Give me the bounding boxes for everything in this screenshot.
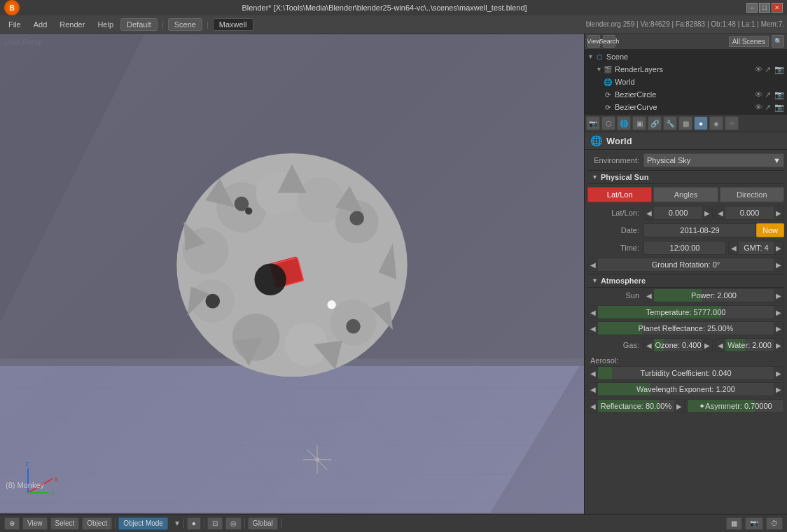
minimize-button[interactable]: – [746,3,758,13]
tab-world[interactable]: 🌐 [617,116,631,130]
temp-right[interactable]: ▶ [774,305,783,319]
viewport[interactable]: User Persp [0,34,584,514]
tab-data[interactable]: ▦ [678,116,692,130]
wavelength-right[interactable]: ▶ [774,382,783,396]
all-scenes-dropdown[interactable]: All Scenes [729,36,769,47]
ground-rotation-row[interactable]: ◀ Ground Rotation: 0° ▶ [587,258,784,272]
temp-left[interactable]: ◀ [588,305,598,319]
latlon-field1[interactable]: ◀ 0.000 ▶ [643,206,713,220]
bezier-curve-item[interactable]: ⟳ BezierCurve 👁 ↗ 📷 [585,101,787,113]
turbidity-left[interactable]: ◀ [588,366,598,380]
bezier-curve-render[interactable]: 📷 [774,103,784,112]
world-item[interactable]: 🌐 World [585,76,787,88]
power-left[interactable]: ◀ [644,288,654,302]
engine-dropdown[interactable]: Maxwell [213,18,253,31]
ozone-right[interactable]: ▶ [702,338,712,352]
now-button[interactable]: Now [756,223,784,237]
ozone-left[interactable]: ◀ [644,338,654,352]
sun-label: Sun [587,291,643,300]
snap-btn[interactable]: ⊡ [207,517,223,530]
renderlayers-sel[interactable]: ↗ [765,65,774,74]
tab-scene[interactable]: ⬡ [601,116,615,130]
planet-reflectance-row[interactable]: ◀ Planet Relfectance: 25.00% ▶ [587,321,784,335]
planet-ref-left[interactable]: ◀ [588,321,598,335]
tab-angles[interactable]: Angles [653,187,718,202]
time-field[interactable]: 12:00:00 [643,241,726,255]
power-right[interactable]: ▶ [774,288,783,302]
bezier-circle-eye[interactable]: 👁 [755,90,765,99]
bezier-circle-render[interactable]: 📷 [774,90,784,99]
atmosphere-section[interactable]: ▼ Atmosphere [587,274,784,288]
transform-orient-btn[interactable]: Global [248,517,278,530]
menu-file[interactable]: File [3,19,27,30]
render-btn[interactable]: 📷 [745,517,763,530]
menu-render[interactable]: Render [54,19,90,30]
view-btn[interactable]: View [22,517,48,530]
timeline-btn[interactable]: ⏱ [766,517,783,530]
water-slider[interactable]: ◀ Water: 2.000 ▶ [715,338,784,352]
temperature-row[interactable]: ◀ Temperature: 5777.000 ▶ [587,305,784,319]
bezier-curve-sel[interactable]: ↗ [765,103,774,112]
tab-modifier[interactable]: 🔧 [663,116,677,130]
water-left[interactable]: ◀ [716,338,725,352]
gmt-left[interactable]: ◀ [729,241,739,255]
bezier-circle-sel[interactable]: ↗ [765,90,774,99]
tab-particle[interactable]: ⁘ [725,116,739,130]
tab-material[interactable]: ● [694,116,708,130]
physical-sun-section[interactable]: ▼ Physical Sun [587,170,784,184]
proportional-btn[interactable]: ◎ [225,517,242,530]
date-field[interactable]: 2011-08-29 [643,223,756,237]
renderlayers-render[interactable]: 📷 [774,65,784,74]
layout-dropdown[interactable]: Default [120,18,158,31]
turbidity-right[interactable]: ▶ [774,366,783,380]
renderlayers-eye[interactable]: 👁 [755,65,765,74]
latlon-field2[interactable]: ◀ 0.000 ▶ [715,206,784,220]
renderlayers-item[interactable]: ▼ 🎬 RenderLayers 👁 ↗ 📷 [585,63,787,76]
reflectance-slider[interactable]: ◀ Reflectance: 80.00% ▶ [587,399,685,413]
gmt-field[interactable]: ◀ GMT: 4 ▶ [728,241,784,255]
latlon-right2[interactable]: ▶ [774,206,783,220]
latlon-left2[interactable]: ◀ [716,206,725,220]
close-button[interactable]: ✕ [772,3,783,13]
pivot-btn[interactable]: ● [187,517,201,530]
latlon-right1[interactable]: ▶ [702,206,712,220]
refl-left[interactable]: ◀ [588,399,598,413]
environment-dropdown[interactable]: Physical Sky ▼ [643,153,784,167]
water-right[interactable]: ▶ [774,338,783,352]
bezier-circle-item[interactable]: ⟳ BezierCircle 👁 ↗ 📷 [585,88,787,101]
object-btn[interactable]: Object [82,517,112,530]
maximize-button[interactable]: □ [759,3,770,13]
asymmetry-slider[interactable]: ✦Asymmetr: 0.70000 [687,399,784,413]
menu-add[interactable]: Add [28,19,53,30]
gmt-right[interactable]: ▶ [774,241,783,255]
scene-item[interactable]: ▼ ⬡ Scene [585,50,787,63]
tab-constraint[interactable]: 🔗 [648,116,662,130]
turbidity-row[interactable]: ◀ Turbidity Coefficient: 0.040 ▶ [587,366,784,380]
wavelength-left[interactable]: ◀ [588,382,598,396]
tab-texture[interactable]: ◈ [709,116,723,130]
menu-help[interactable]: Help [92,19,119,30]
scene-dropdown[interactable]: Scene [168,18,202,31]
wavelength-row[interactable]: ◀ Wavelength Exponent: 1.200 ▶ [587,382,784,396]
tab-direction[interactable]: Direction [720,187,784,202]
power-slider[interactable]: ◀ Power: 2.000 ▶ [643,288,784,302]
tab-render[interactable]: 📷 [586,116,600,130]
ground-rot-left[interactable]: ◀ [588,258,598,272]
layer-btn[interactable]: ▦ [726,517,742,530]
latlon-left1[interactable]: ◀ [644,206,654,220]
refl-right[interactable]: ▶ [674,399,684,413]
bezier-curve-eye[interactable]: 👁 [755,103,765,111]
tab-object[interactable]: ▣ [632,116,646,130]
select-btn[interactable]: Select [50,517,80,530]
mode-dropdown[interactable]: Object Mode [118,517,168,530]
physical-sun-arrow: ▼ [592,174,598,181]
planet-ref-right[interactable]: ▶ [774,321,783,335]
ground-rot-right[interactable]: ▶ [774,258,783,272]
ozone-label: Ozone: 0.400 [655,341,701,349]
globe-btn[interactable]: ⊕ [4,517,20,530]
search-icon[interactable]: 🔍 [772,35,784,48]
tab-latlon[interactable]: Lat/Lon [587,187,652,202]
outliner-view-btn[interactable]: View [587,35,600,48]
outliner-search-btn[interactable]: Search [603,35,615,48]
ozone-slider[interactable]: ◀ Ozone: 0.400 ▶ [643,338,713,352]
